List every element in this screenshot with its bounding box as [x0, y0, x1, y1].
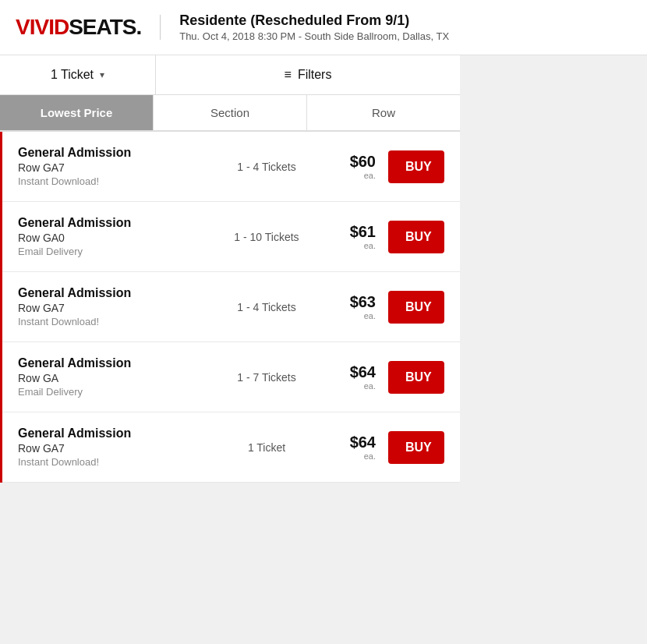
ticket-delivery: Instant Download!: [18, 316, 220, 327]
ticket-info: General Admission Row GA0 Email Delivery: [18, 216, 220, 257]
ticket-quantity: 1 - 4 Tickets: [220, 301, 313, 313]
ticket-row-label: Row GA7: [18, 442, 220, 455]
filters-label: Filters: [298, 68, 332, 82]
event-details: Thu. Oct 4, 2018 8:30 PM - South Side Ba…: [179, 30, 449, 42]
ticket-row-label: Row GA: [18, 372, 220, 384]
ticket-row-label: Row GA7: [18, 161, 220, 174]
ticket-price: $64 ea.: [313, 363, 376, 391]
page-header: VIVIDSEATS. Residente (Rescheduled From …: [0, 0, 647, 55]
ticket-price: $60 ea.: [313, 153, 376, 180]
filters-button[interactable]: ≡ Filters: [156, 55, 460, 94]
sort-tab-section[interactable]: Section: [154, 95, 307, 130]
ticket-count-label: 1 Ticket: [51, 68, 94, 82]
ticket-row-label: Row GA0: [18, 232, 220, 244]
price-amount: $64: [350, 433, 376, 451]
chevron-down-icon: ▾: [100, 69, 104, 80]
ticket-info: General Admission Row GA Email Delivery: [18, 356, 220, 398]
buy-button[interactable]: BUY: [388, 291, 444, 324]
ticket-delivery: Email Delivery: [18, 246, 220, 257]
logo-dot: .: [136, 15, 141, 39]
ticket-quantity: 1 - 4 Tickets: [220, 161, 313, 173]
price-amount: $64: [350, 363, 376, 380]
ticket-row: General Admission Row GA7 Instant Downlo…: [2, 412, 460, 483]
ticket-quantity: 1 - 10 Tickets: [220, 231, 313, 243]
logo-container: VIVIDSEATS.: [16, 15, 161, 40]
sidebar: [460, 55, 647, 483]
event-info: Residente (Rescheduled From 9/1) Thu. Oc…: [179, 12, 449, 42]
main-content: 1 Ticket ▾ ≡ Filters Lowest Price Sectio…: [0, 55, 460, 483]
ticket-row: General Admission Row GA7 Instant Downlo…: [2, 132, 460, 202]
sort-tabs: Lowest Price Section Row: [0, 95, 460, 132]
ticket-row-label: Row GA7: [18, 302, 220, 314]
logo-vivid: VIVID: [16, 15, 69, 39]
ticket-info: General Admission Row GA7 Instant Downlo…: [18, 286, 220, 327]
filter-icon: ≡: [285, 68, 292, 82]
logo-seats: SEATS: [69, 15, 136, 39]
ticket-price: $63 ea.: [313, 293, 376, 320]
ticket-price: $64 ea.: [313, 433, 376, 461]
ticket-delivery: Instant Download!: [18, 456, 220, 468]
ticket-list: General Admission Row GA7 Instant Downlo…: [0, 132, 460, 483]
ticket-quantity: 1 Ticket: [220, 441, 313, 454]
ticket-info: General Admission Row GA7 Instant Downlo…: [18, 146, 220, 187]
ticket-delivery: Email Delivery: [18, 386, 220, 398]
price-unit: ea.: [313, 171, 376, 180]
price-unit: ea.: [313, 381, 376, 391]
ticket-section: General Admission: [18, 216, 220, 230]
ticket-row: General Admission Row GA0 Email Delivery…: [2, 202, 460, 272]
price-unit: ea.: [313, 451, 376, 461]
buy-button[interactable]: BUY: [388, 221, 444, 253]
ticket-quantity: 1 - 7 Tickets: [220, 371, 313, 384]
ticket-section: General Admission: [18, 426, 220, 441]
sort-tab-row[interactable]: Row: [307, 95, 460, 130]
ticket-section: General Admission: [18, 286, 220, 300]
buy-button[interactable]: BUY: [388, 431, 444, 464]
price-amount: $63: [350, 293, 376, 310]
ticket-row: General Admission Row GA Email Delivery …: [2, 342, 460, 412]
page-layout: 1 Ticket ▾ ≡ Filters Lowest Price Sectio…: [0, 55, 647, 483]
sort-tab-lowest-price[interactable]: Lowest Price: [0, 95, 154, 130]
event-title: Residente (Rescheduled From 9/1): [179, 12, 449, 29]
ticket-filter-bar: 1 Ticket ▾ ≡ Filters: [0, 55, 460, 95]
price-amount: $60: [350, 153, 376, 170]
ticket-delivery: Instant Download!: [18, 175, 220, 187]
ticket-row: General Admission Row GA7 Instant Downlo…: [2, 272, 460, 342]
ticket-count-selector[interactable]: 1 Ticket ▾: [0, 55, 156, 94]
price-unit: ea.: [313, 241, 376, 250]
logo: VIVIDSEATS.: [16, 15, 141, 40]
price-amount: $61: [350, 223, 376, 240]
ticket-price: $61 ea.: [313, 223, 376, 250]
buy-button[interactable]: BUY: [388, 150, 444, 183]
ticket-section: General Admission: [18, 146, 220, 160]
buy-button[interactable]: BUY: [388, 361, 444, 394]
ticket-section: General Admission: [18, 356, 220, 370]
ticket-info: General Admission Row GA7 Instant Downlo…: [18, 426, 220, 468]
price-unit: ea.: [313, 311, 376, 320]
